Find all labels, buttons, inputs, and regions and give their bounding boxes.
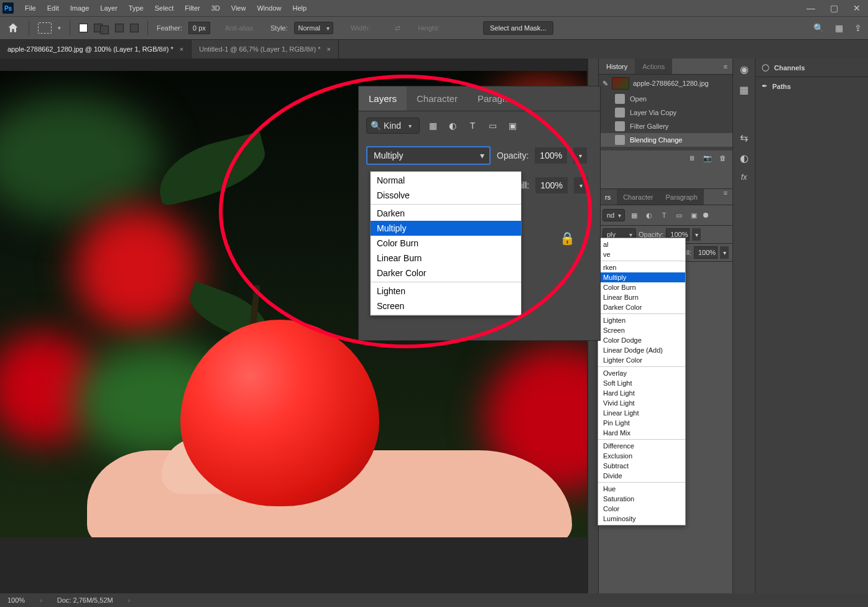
blend-option[interactable]: Lighten: [598, 315, 685, 325]
blend-option[interactable]: Screen: [598, 325, 685, 335]
blend-mode-dropdown[interactable]: al ve rken Multiply Color Burn Linear Bu…: [598, 238, 686, 526]
blend-option[interactable]: al: [598, 239, 685, 249]
close-tab-icon[interactable]: ×: [180, 45, 183, 53]
marquee-tool-icon[interactable]: [38, 22, 52, 34]
zoom-tab-paragraph[interactable]: Paragr...: [468, 86, 523, 111]
menu-file[interactable]: File: [25, 4, 36, 12]
paths-label[interactable]: Paths: [772, 83, 791, 90]
menu-image[interactable]: Image: [70, 4, 90, 12]
blend-option[interactable]: Color Burn: [598, 282, 685, 292]
styles-icon[interactable]: ◐: [740, 152, 749, 164]
zoom-opacity-caret[interactable]: ▾: [573, 147, 587, 164]
zoom-opacity-input[interactable]: 100%: [535, 147, 567, 164]
window-maximize-icon[interactable]: ▢: [830, 3, 838, 13]
zoom-blend-option[interactable]: Lighten: [371, 284, 521, 299]
snapshot-icon[interactable]: 📷: [703, 154, 712, 162]
zoom-blend-option[interactable]: Color Burn: [371, 236, 521, 251]
menu-type[interactable]: Type: [129, 4, 144, 12]
fill-input[interactable]: 100%: [694, 246, 718, 259]
select-and-mask-button[interactable]: Select and Mask...: [483, 21, 553, 35]
menu-filter[interactable]: Filter: [185, 4, 200, 12]
zoom-blend-dropdown[interactable]: Normal Dissolve Darken Multiply Color Bu…: [370, 171, 522, 316]
history-item-layer-via-copy[interactable]: Layer Via Copy: [599, 106, 732, 119]
menu-view[interactable]: View: [231, 4, 246, 12]
zoom-tab-layers[interactable]: Layers: [359, 86, 407, 111]
blend-option[interactable]: Exclusion: [598, 451, 685, 461]
create-document-icon[interactable]: 🗎: [689, 154, 696, 162]
zoom-blend-option[interactable]: Normal: [371, 173, 521, 188]
chevron-right-icon[interactable]: ›: [40, 596, 42, 604]
fill-dropdown-icon[interactable]: ▾: [720, 246, 729, 259]
panel-menu-icon[interactable]: ≡: [719, 63, 732, 70]
filter-adjustment-icon[interactable]: ◐: [644, 210, 655, 220]
blend-option[interactable]: Color: [598, 504, 685, 514]
channels-icon[interactable]: ◯: [762, 63, 769, 72]
grid-icon[interactable]: ▦: [739, 84, 749, 96]
menu-layer[interactable]: Layer: [100, 4, 118, 12]
opacity-dropdown-icon[interactable]: ▾: [692, 228, 701, 241]
zoom-blend-option[interactable]: Darken: [371, 206, 521, 221]
blend-option[interactable]: Subtract: [598, 461, 685, 471]
window-minimize-icon[interactable]: —: [806, 3, 815, 13]
layer-filter-kind[interactable]: nd: [603, 209, 625, 221]
blend-option[interactable]: Linear Dodge (Add): [598, 345, 685, 355]
filter-smart-icon[interactable]: ▣: [506, 119, 519, 132]
filter-smart-icon[interactable]: ▣: [688, 210, 699, 220]
document-tab-active[interactable]: apple-2788662_1280.jpg @ 100% (Layer 1, …: [0, 40, 192, 58]
blend-option[interactable]: Color Dodge: [598, 335, 685, 345]
blend-option[interactable]: Hard Light: [598, 388, 685, 398]
selection-mode-new[interactable]: [79, 24, 88, 32]
menu-select[interactable]: Select: [155, 4, 174, 12]
zoom-blend-option[interactable]: Linear Burn: [371, 251, 521, 266]
zoom-blend-option-multiply[interactable]: Multiply: [371, 221, 521, 236]
menu-3d[interactable]: 3D: [211, 4, 220, 12]
blend-option[interactable]: Overlay: [598, 368, 685, 378]
blend-option[interactable]: Linear Burn: [598, 292, 685, 302]
selection-mode-intersect[interactable]: [130, 24, 139, 32]
character-tab[interactable]: Character: [617, 189, 659, 205]
filter-type-icon[interactable]: T: [658, 210, 670, 220]
chevron-right-icon[interactable]: ›: [128, 596, 131, 604]
blend-option[interactable]: Pin Light: [598, 418, 685, 428]
blend-option[interactable]: Lighter Color: [598, 355, 685, 365]
close-tab-icon[interactable]: ×: [326, 45, 330, 53]
layers-tab[interactable]: rs: [599, 189, 617, 205]
filter-shape-icon[interactable]: ▭: [673, 210, 685, 220]
feather-input[interactable]: 0 px: [188, 22, 210, 34]
filter-toggle[interactable]: [703, 213, 708, 218]
blend-option[interactable]: rken: [598, 262, 685, 272]
home-icon[interactable]: [6, 22, 20, 34]
menu-edit[interactable]: Edit: [47, 4, 59, 12]
blend-option[interactable]: Difference: [598, 441, 685, 451]
filter-pixel-icon[interactable]: ▦: [426, 119, 440, 132]
fx-icon[interactable]: fx: [741, 173, 747, 182]
paths-icon[interactable]: ✒: [762, 82, 767, 90]
history-item-open[interactable]: Open: [599, 92, 732, 106]
selection-mode-add[interactable]: [94, 22, 109, 34]
blend-option-multiply[interactable]: Multiply: [598, 272, 685, 282]
blend-option[interactable]: Vivid Light: [598, 398, 685, 408]
window-close-icon[interactable]: ✕: [853, 3, 861, 13]
history-item-blending-change[interactable]: Blending Change: [599, 133, 732, 147]
zoom-kind-filter[interactable]: 🔍 Kind ▾: [366, 118, 420, 134]
history-item-filter-gallery[interactable]: Filter Gallery: [599, 119, 732, 133]
blend-option[interactable]: Luminosity: [598, 514, 685, 524]
share-icon[interactable]: ⇪: [854, 23, 862, 33]
channels-label[interactable]: Channels: [774, 64, 805, 72]
search-icon[interactable]: 🔍: [813, 23, 824, 33]
blend-option[interactable]: Hard Mix: [598, 428, 685, 438]
panel-menu-icon[interactable]: ≡: [719, 189, 732, 205]
menu-window[interactable]: Window: [257, 4, 281, 12]
zoom-fill-caret[interactable]: ▾: [574, 177, 588, 193]
blend-option[interactable]: ve: [598, 249, 685, 259]
zoom-level[interactable]: 100%: [7, 596, 25, 604]
blend-option[interactable]: Darker Color: [598, 302, 685, 312]
history-tab[interactable]: History: [599, 58, 635, 74]
document-tab-inactive[interactable]: Untitled-1 @ 66,7% (Layer 1, RGB/8#) * ×: [192, 40, 339, 58]
arrange-icon[interactable]: ▦: [835, 23, 843, 33]
trash-icon[interactable]: 🗑: [719, 154, 726, 162]
blend-option[interactable]: Saturation: [598, 494, 685, 504]
zoom-blend-mode-select[interactable]: Multiply: [366, 146, 491, 165]
filter-pixel-icon[interactable]: ▦: [629, 210, 640, 220]
style-select[interactable]: Normal: [294, 22, 333, 34]
